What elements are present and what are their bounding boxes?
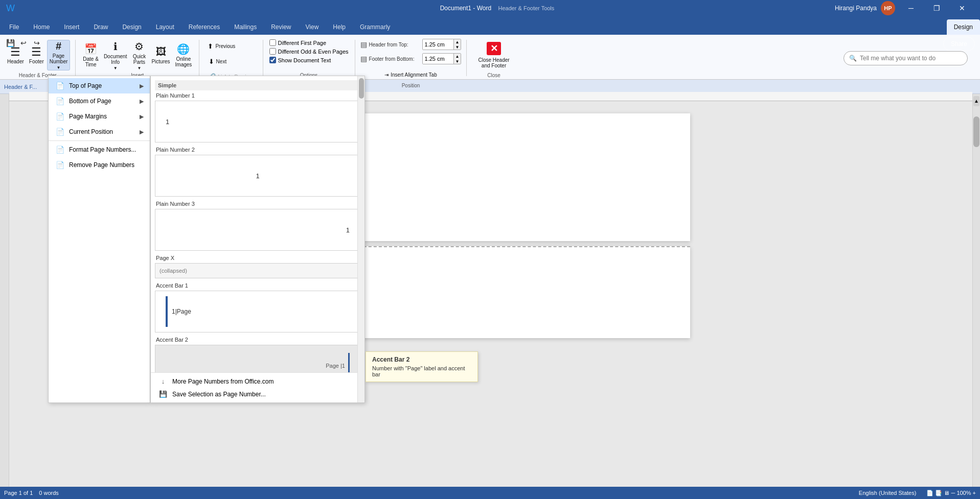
separator-2 [199, 40, 199, 76]
gallery-save-selection[interactable]: 💾 Save Selection as Page Number... [151, 388, 364, 400]
tab-review[interactable]: Review [264, 19, 298, 35]
gallery-item-plain-2[interactable]: 1 [155, 155, 360, 197]
ruler-left [0, 94, 9, 499]
separator-1 [75, 40, 76, 76]
menu-item-remove-page-numbers[interactable]: 📄 Remove Page Numbers [49, 157, 150, 173]
group-insert: 📅 Date &Time ℹ DocumentInfo ▼ ⚙ QuickPar… [78, 37, 197, 79]
accent-1-text: 1|Page [172, 308, 191, 315]
gallery-item-accent-1[interactable]: 1|Page [155, 291, 360, 332]
top-of-page-icon: 📄 [55, 81, 65, 91]
tab-references[interactable]: References [181, 19, 227, 35]
tab-help[interactable]: Help [326, 19, 353, 35]
tab-layout[interactable]: Layout [149, 19, 181, 35]
status-words: 0 words [39, 490, 59, 496]
tab-draw[interactable]: Draw [86, 19, 115, 35]
gallery-item-accent-2[interactable]: Page |1 [155, 345, 360, 372]
gallery-scrollbar[interactable] [357, 76, 364, 402]
tab-insert[interactable]: Insert [57, 19, 86, 35]
tab-design-contextual[interactable]: Design [947, 19, 980, 35]
different-odd-even-checkbox[interactable]: Different Odd & Even Pages [268, 47, 350, 55]
next-button[interactable]: ⬇ Next [204, 54, 230, 68]
restore-button[interactable]: ❐ [925, 0, 948, 16]
title-bar-right: Hirangi Pandya HP ─ ❐ ✕ [835, 0, 974, 16]
tab-home[interactable]: Home [26, 19, 57, 35]
close-window-button[interactable]: ✕ [950, 0, 974, 16]
gallery-scroll-thumb[interactable] [359, 78, 364, 99]
bottom-of-page-arrow: ▶ [140, 98, 144, 105]
footer-bottom-down[interactable]: ▼ [454, 59, 461, 64]
menu-item-page-margins[interactable]: 📄 Page Margins ▶ [49, 109, 150, 124]
pictures-button[interactable]: 🖼 Pictures [149, 40, 172, 70]
menu-item-format-page-numbers[interactable]: 📄 Format Page Numbers... [49, 142, 150, 157]
gallery-item-plain-1[interactable]: 1 [155, 101, 360, 142]
minimize-button[interactable]: ─ [899, 0, 923, 16]
qa-undo[interactable]: ↩ [17, 37, 30, 49]
different-first-page-checkbox[interactable]: Different First Page [268, 39, 328, 46]
group-options: Different First Page Different Odd & Eve… [265, 37, 353, 79]
page-number-icon: # [56, 40, 61, 52]
footer-from-bottom-spinner[interactable]: ▲ ▼ [422, 53, 462, 64]
ribbon-tabs: File Home Insert Draw Design Layout Refe… [0, 16, 980, 35]
status-bar: Page 1 of 1 0 words English (United Stat… [0, 487, 980, 499]
tab-design[interactable]: Design [115, 19, 148, 35]
header-top-up[interactable]: ▲ [454, 39, 461, 44]
insert-alignment-tab-button[interactable]: ⇥ Insert Alignment Tab [381, 67, 440, 82]
gallery-scroll-container[interactable]: Simple Plain Number 1 1 Plain Number 2 1… [151, 76, 364, 372]
scroll-up-arrow[interactable]: ▲ [973, 96, 979, 106]
gallery-item-accent-1-title: Accent Bar 1 [155, 282, 360, 289]
alignment-tab-icon: ⇥ [384, 72, 389, 78]
gallery-item-plain-2-title: Plain Number 2 [155, 147, 360, 153]
qa-redo[interactable]: ↪ [31, 37, 43, 49]
plain-3-num: 1 [346, 226, 350, 234]
menu-item-top-of-page[interactable]: 📄 Top of Page ▶ [49, 78, 150, 93]
header-from-top-input[interactable] [423, 39, 453, 50]
accent-2-text: Page |1 [326, 363, 345, 369]
scrollbar-right[interactable]: ▲ ▼ [972, 94, 980, 499]
close-header-footer-button[interactable]: ✕ Close Headerand Footer [472, 40, 515, 70]
next-icon: ⬇ [209, 58, 214, 65]
pictures-icon: 🖼 [156, 46, 166, 58]
date-time-button[interactable]: 📅 Date &Time [81, 40, 101, 70]
menu-item-current-position[interactable]: 📄 Current Position ▶ [49, 124, 150, 139]
header-from-top-spinner[interactable]: ▲ ▼ [422, 39, 462, 50]
dropdown-container: 📄 Top of Page ▶ 📄 Bottom of Page ▶ 📄 Pag… [48, 76, 365, 403]
menu-item-bottom-of-page[interactable]: 📄 Bottom of Page ▶ [49, 93, 150, 109]
current-position-arrow: ▶ [140, 129, 144, 135]
header-top-icon: ▤ [360, 40, 367, 49]
tab-file[interactable]: File [2, 19, 26, 35]
separator-3 [263, 40, 263, 76]
gallery-more-page-numbers[interactable]: ↓ More Page Numbers from Office.com [151, 375, 364, 388]
show-document-text-checkbox[interactable]: Show Document Text [268, 56, 332, 64]
gallery-item-page-x[interactable]: (collapsed) [155, 263, 360, 278]
gallery-item-plain-3[interactable]: 1 [155, 209, 360, 251]
tab-view[interactable]: View [299, 19, 326, 35]
qa-save[interactable]: 💾 [4, 37, 16, 49]
scroll-thumb[interactable] [973, 116, 979, 147]
header-top-down[interactable]: ▼ [454, 44, 461, 50]
avatar[interactable]: HP [881, 1, 895, 15]
gallery-footer: ↓ More Page Numbers from Office.com 💾 Sa… [151, 372, 364, 402]
page-margins-icon: 📄 [55, 111, 65, 122]
page-number-button[interactable]: # PageNumber ▼ [47, 40, 71, 70]
top-of-page-arrow: ▶ [140, 83, 144, 89]
tab-grammarly[interactable]: Grammarly [353, 19, 397, 35]
share-button[interactable]: Share [943, 37, 975, 51]
document-info-icon: ℹ [113, 40, 118, 53]
breadcrumb-item[interactable]: Header & F... [4, 84, 37, 90]
format-page-numbers-icon: 📄 [55, 145, 65, 155]
quick-parts-button[interactable]: ⚙ QuickParts ▼ [130, 40, 148, 70]
search-input[interactable] [860, 55, 962, 62]
footer-from-bottom-input[interactable] [423, 54, 453, 64]
previous-button[interactable]: ⬆ Previous [204, 39, 238, 53]
group-navigation: ⬆ Previous ⬇ Next 🔗 Link to Previous Go … [201, 37, 260, 79]
group-position: ▤ Header from Top: ▲ ▼ ▤ Footer from Bot… [357, 37, 465, 79]
tooltip-description: Number with "Page" label and accent bar [372, 365, 471, 377]
online-images-button[interactable]: 🌐 OnlineImages [173, 40, 194, 70]
current-position-icon: 📄 [55, 127, 65, 137]
gallery-item-page-x-title: Page X [155, 255, 360, 261]
document-info-button[interactable]: ℹ DocumentInfo ▼ [102, 40, 129, 70]
plain-1-num: 1 [166, 118, 169, 126]
footer-bottom-up[interactable]: ▲ [454, 54, 461, 59]
online-images-icon: 🌐 [177, 43, 190, 55]
tab-mailings[interactable]: Mailings [227, 19, 264, 35]
